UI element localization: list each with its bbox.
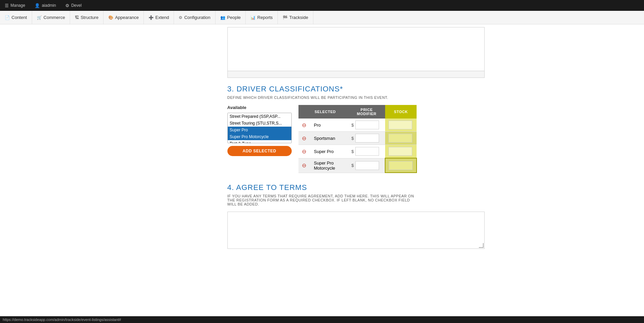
remove-icon-superpromoto[interactable]: ⊖ xyxy=(302,163,306,168)
th-stock: STOCK xyxy=(385,105,416,119)
table-row: ⊖ Super Pro $ xyxy=(298,145,417,158)
table-row: ⊖ Super Pro Motorcycle $ xyxy=(298,158,417,173)
option-ssp[interactable]: Street Prepared (SSP,ASP... xyxy=(228,113,291,120)
name-cell-superpromoto: Super Pro Motorcycle xyxy=(311,158,348,173)
top-textarea-footer xyxy=(227,71,485,78)
available-label: Available xyxy=(227,105,292,110)
main-content: 3. DRIVER CLASSIFICATIONS* DEFINE WHICH … xyxy=(136,27,508,262)
price-input-sportsman[interactable] xyxy=(355,134,379,143)
manage-menu[interactable]: ☰ Manage xyxy=(3,0,27,11)
driver-classifications-description: DEFINE WHICH DRIVER CLASSIFICATIONS WILL… xyxy=(227,95,417,100)
nav-reports[interactable]: 📊 Reports xyxy=(246,11,278,24)
nav-appearance[interactable]: 🎨 Appearance xyxy=(104,11,144,24)
agree-to-terms-description: IF YOU HAVE ANY TERMS THAT REQUIRE AGREE… xyxy=(227,194,417,206)
remove-cell-pro: ⊖ xyxy=(298,119,311,132)
remove-icon-sportsman[interactable]: ⊖ xyxy=(302,135,306,141)
stock-input-superpromoto[interactable] xyxy=(389,161,413,170)
aiadmin-label: aiadmin xyxy=(42,3,56,8)
stock-cell-pro xyxy=(385,119,416,132)
stock-input-superpro[interactable] xyxy=(388,147,412,156)
table-row: ⊖ Sportsman $ xyxy=(298,132,417,145)
table-row: ⊖ Pro $ xyxy=(298,119,417,132)
user-icon: 👤 xyxy=(35,3,40,8)
gear-icon: ⚙ xyxy=(65,3,69,8)
devel-label: Devel xyxy=(71,3,82,8)
stock-input-pro[interactable] xyxy=(388,121,412,129)
agree-to-terms-section: 4. AGREE TO TERMS IF YOU HAVE ANY TERMS … xyxy=(136,183,508,249)
nav-extend[interactable]: ➕ Extend xyxy=(144,11,174,24)
commerce-icon: 🛒 xyxy=(37,15,42,20)
driver-classifications-section: 3. DRIVER CLASSIFICATIONS* DEFINE WHICH … xyxy=(136,85,508,173)
option-superpromoto[interactable]: Super Pro Motorcycle xyxy=(228,133,291,140)
stock-cell-superpromoto xyxy=(385,158,416,173)
th-price-modifier: PRICE MODIFIER xyxy=(348,105,385,119)
available-select[interactable]: Street Prepared (SSP,ASP... Street Touri… xyxy=(227,113,292,143)
nav-configuration[interactable]: ⚙ Configuration xyxy=(174,11,215,24)
nav-content-label: Content xyxy=(12,15,27,20)
dollar-sign-sportsman: $ xyxy=(351,136,354,141)
available-panel: Available Street Prepared (SSP,ASP... St… xyxy=(227,105,292,156)
reports-icon: 📊 xyxy=(250,15,256,20)
configuration-icon: ⚙ xyxy=(179,15,182,20)
nav-reports-label: Reports xyxy=(257,15,273,20)
devel-menu[interactable]: ⚙ Devel xyxy=(63,0,84,11)
price-input-pro[interactable] xyxy=(355,121,379,129)
option-superpro[interactable]: Super Pro xyxy=(228,127,291,133)
classifications-table: Selected PRICE MODIFIER STOCK ⊖ Pro xyxy=(298,105,417,173)
dollar-sign-superpro: $ xyxy=(351,149,354,154)
nav-appearance-label: Appearance xyxy=(115,15,139,20)
structure-icon: 🏗 xyxy=(75,15,79,20)
price-cell-pro: $ xyxy=(348,119,385,132)
price-cell-superpromoto: $ xyxy=(348,158,385,173)
option-stu[interactable]: Street Touring (STU,STR,S... xyxy=(228,120,291,127)
nav-trackside-label: Trackside xyxy=(289,15,308,20)
stock-input-sportsman[interactable] xyxy=(388,134,412,143)
section-3-title-text: DRIVER CLASSIFICATIONS* xyxy=(237,85,343,93)
remove-cell-superpromoto: ⊖ xyxy=(298,158,311,173)
section-4-title-text: AGREE TO TERMS xyxy=(236,183,307,192)
resize-handle[interactable] xyxy=(479,243,484,248)
nav-commerce[interactable]: 🛒 Commerce xyxy=(32,11,70,24)
dollar-sign-superpromoto: $ xyxy=(351,163,354,168)
nav-configuration-label: Configuration xyxy=(184,15,210,20)
aiadmin-menu[interactable]: 👤 aiadmin xyxy=(32,0,58,11)
nav-people-label: People xyxy=(227,15,241,20)
agree-to-terms-title: 4. AGREE TO TERMS xyxy=(227,183,417,192)
price-input-superpro[interactable] xyxy=(355,147,379,156)
top-textarea-area xyxy=(227,27,485,71)
driver-classifications-title: 3. DRIVER CLASSIFICATIONS* xyxy=(227,85,417,93)
th-selected: Selected xyxy=(311,105,348,119)
price-cell-superpro: $ xyxy=(348,145,385,158)
nav-structure[interactable]: 🏗 Structure xyxy=(70,11,104,24)
name-cell-superpro: Super Pro xyxy=(311,145,348,158)
dollar-sign-pro: $ xyxy=(351,123,354,128)
option-testtune[interactable]: Test & Tune xyxy=(228,140,291,143)
manage-icon: ☰ xyxy=(5,3,9,8)
th-icon xyxy=(298,105,311,119)
nav-trackside[interactable]: 🏁 Trackside xyxy=(278,11,313,24)
add-selected-button[interactable]: ADD SELECTED xyxy=(227,146,292,156)
trackside-icon: 🏁 xyxy=(283,15,288,20)
nav-bar: 📄 Content 🛒 Commerce 🏗 Structure 🎨 Appea… xyxy=(0,11,644,24)
remove-cell-sportsman: ⊖ xyxy=(298,132,311,145)
remove-icon-pro[interactable]: ⊖ xyxy=(302,122,306,128)
manage-label: Manage xyxy=(10,3,25,8)
extend-icon: ➕ xyxy=(149,15,154,20)
stock-cell-superpro xyxy=(385,145,416,158)
remove-cell-superpro: ⊖ xyxy=(298,145,311,158)
nav-structure-label: Structure xyxy=(81,15,98,20)
remove-icon-superpro[interactable]: ⊖ xyxy=(302,149,306,154)
stock-cell-sportsman xyxy=(385,132,416,145)
nav-people[interactable]: 👥 People xyxy=(216,11,246,24)
classifications-area: Available Street Prepared (SSP,ASP... St… xyxy=(227,105,417,173)
admin-bar: ☰ Manage 👤 aiadmin ⚙ Devel xyxy=(0,0,644,11)
section-4-number: 4. xyxy=(227,183,234,192)
content-icon: 📄 xyxy=(5,15,10,20)
nav-content[interactable]: 📄 Content xyxy=(0,11,32,24)
nav-commerce-label: Commerce xyxy=(44,15,65,20)
section-3-number: 3. xyxy=(227,85,234,93)
terms-textarea[interactable] xyxy=(228,212,484,249)
price-input-superpromoto[interactable] xyxy=(355,161,379,170)
people-icon: 👥 xyxy=(220,15,225,20)
price-cell-sportsman: $ xyxy=(348,132,385,145)
